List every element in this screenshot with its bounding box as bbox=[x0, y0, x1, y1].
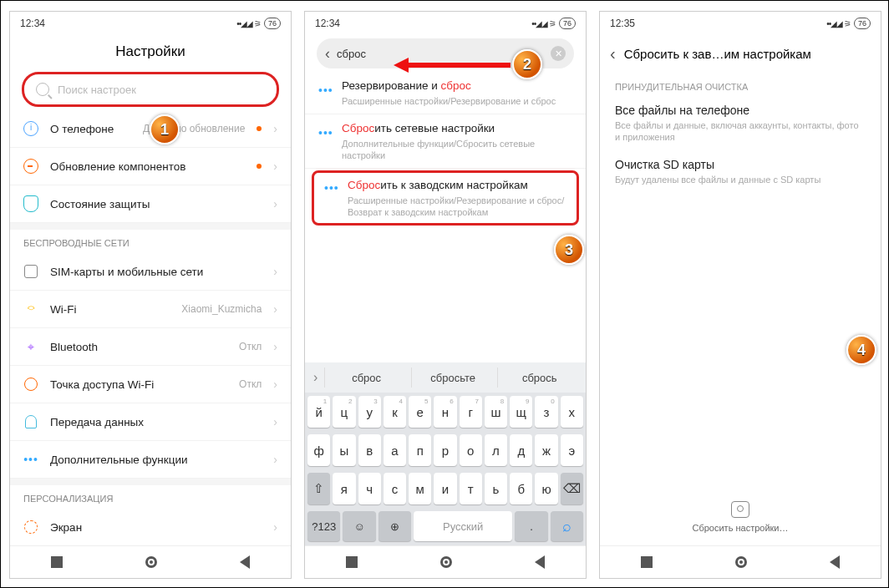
key-я[interactable]: я bbox=[333, 473, 355, 504]
row-more-features[interactable]: ••• Дополнительные функции › bbox=[10, 441, 291, 479]
search-input[interactable]: Поиск настроек bbox=[22, 72, 279, 107]
key-н[interactable]: н6 bbox=[434, 396, 456, 428]
key-numeric[interactable]: ?123 bbox=[307, 511, 340, 541]
key-а[interactable]: а bbox=[384, 434, 406, 466]
row-sim[interactable]: SIM-карты и мобильные сети › bbox=[10, 253, 291, 291]
row-security-status[interactable]: Состояние защиты › bbox=[10, 185, 291, 223]
settings-search-screen: 12:34 ••◢◢ ⚞76 ‹ сброс ✕ ••• Резервирова… bbox=[304, 11, 587, 579]
search-result-factory-reset[interactable]: ••• Сбросить к заводским настройкам Расш… bbox=[312, 170, 579, 226]
signal-icons: ••◢◢ ⚞ bbox=[531, 19, 556, 28]
key-ч[interactable]: ч bbox=[358, 473, 381, 504]
battery-indicator: 76 bbox=[264, 18, 281, 29]
key-ц[interactable]: ц2 bbox=[333, 396, 355, 428]
section-wireless: БЕСПРОВОДНЫЕ СЕТИ bbox=[10, 230, 291, 253]
nav-back-button[interactable] bbox=[830, 555, 840, 569]
key-search[interactable]: ⌕ bbox=[551, 511, 583, 541]
factory-reset-screen: 12:35 ••◢◢ ⚞76 ‹ Сбросить к зав…им настр… bbox=[599, 11, 881, 579]
more-icon: ••• bbox=[318, 126, 333, 139]
key-р[interactable]: р bbox=[434, 434, 456, 466]
row-bluetooth[interactable]: ⌖ Bluetooth Откл › bbox=[10, 328, 291, 366]
signal-icons: ••◢◢ ⚞ bbox=[236, 19, 261, 28]
key-shift[interactable]: ⇧ bbox=[307, 473, 330, 504]
nav-bar bbox=[600, 545, 881, 578]
chevron-right-icon: › bbox=[273, 160, 277, 173]
key-backspace[interactable]: ⌫ bbox=[561, 473, 583, 504]
key-ю[interactable]: ю bbox=[535, 473, 557, 504]
key-д[interactable]: д bbox=[510, 434, 532, 466]
back-icon[interactable]: ‹ bbox=[610, 44, 616, 63]
key-ш[interactable]: ш8 bbox=[485, 396, 507, 428]
row-hotspot[interactable]: Точка доступа Wi-Fi Откл › bbox=[10, 366, 291, 403]
clear-icon[interactable]: ✕ bbox=[551, 46, 566, 61]
chevron-right-icon: › bbox=[273, 415, 277, 428]
key-э[interactable]: э bbox=[561, 434, 583, 466]
nav-recent-button[interactable] bbox=[51, 556, 63, 568]
chevron-right-icon: › bbox=[273, 378, 277, 391]
search-result-reset-network[interactable]: ••• Сбросить сетевые настройки Дополните… bbox=[305, 114, 586, 169]
key-о[interactable]: о bbox=[460, 434, 482, 466]
section-personalization: ПЕРСОНАЛИЗАЦИЯ bbox=[10, 485, 291, 509]
chevron-right-icon: › bbox=[273, 453, 277, 466]
annotation-arrow bbox=[394, 58, 511, 73]
key-г[interactable]: г7 bbox=[460, 396, 482, 428]
row-component-update[interactable]: Обновление компонентов › bbox=[10, 148, 291, 185]
update-icon bbox=[23, 159, 38, 174]
nav-home-button[interactable] bbox=[735, 556, 747, 568]
reset-settings-button[interactable]: Сбросить настройки… bbox=[600, 493, 881, 546]
key-е[interactable]: е5 bbox=[409, 396, 431, 428]
nav-recent-button[interactable] bbox=[641, 556, 653, 568]
key-п[interactable]: п bbox=[409, 434, 431, 466]
key-ь[interactable]: ь bbox=[485, 473, 507, 504]
key-т[interactable]: т bbox=[460, 473, 482, 504]
nav-home-button[interactable] bbox=[440, 556, 452, 568]
nav-back-button[interactable] bbox=[240, 555, 250, 569]
notification-dot bbox=[257, 164, 262, 169]
nav-back-button[interactable] bbox=[535, 555, 545, 569]
key-space[interactable]: Русский bbox=[414, 511, 512, 541]
notification-dot bbox=[257, 126, 262, 131]
display-icon bbox=[24, 520, 38, 534]
key-ф[interactable]: ф bbox=[307, 434, 330, 466]
back-icon[interactable]: ‹ bbox=[325, 45, 330, 63]
step-badge-3: 3 bbox=[554, 235, 584, 265]
key-emoji[interactable]: ☺ bbox=[343, 511, 375, 541]
chevron-right-icon: › bbox=[273, 302, 277, 316]
key-с[interactable]: с bbox=[384, 473, 406, 504]
chevron-right-icon[interactable]: › bbox=[310, 370, 321, 385]
key-з[interactable]: з0 bbox=[535, 396, 557, 428]
key-м[interactable]: м bbox=[409, 473, 431, 504]
row-screen[interactable]: Экран › bbox=[10, 509, 291, 546]
key-ж[interactable]: ж bbox=[535, 434, 557, 466]
key-у[interactable]: у3 bbox=[358, 396, 381, 428]
key-globe[interactable]: ⊕ bbox=[378, 511, 411, 541]
data-icon bbox=[25, 415, 37, 428]
status-bar: 12:34 ••◢◢ ⚞76 bbox=[10, 12, 291, 35]
key-ы[interactable]: ы bbox=[333, 434, 355, 466]
key-б[interactable]: б bbox=[510, 473, 532, 504]
suggestion-2[interactable]: сбросьте bbox=[411, 368, 495, 388]
nav-home-button[interactable] bbox=[145, 556, 157, 568]
bluetooth-icon: ⌖ bbox=[23, 339, 38, 354]
clock: 12:35 bbox=[610, 18, 635, 29]
camera-icon bbox=[731, 501, 749, 518]
page-title: Настройки bbox=[10, 35, 291, 68]
key-л[interactable]: л bbox=[485, 434, 507, 466]
key-щ[interactable]: щ9 bbox=[510, 396, 532, 428]
key-х[interactable]: х bbox=[561, 396, 583, 428]
key-й[interactable]: й1 bbox=[307, 396, 330, 428]
key-в[interactable]: в bbox=[358, 434, 381, 466]
key-к[interactable]: к4 bbox=[384, 396, 406, 428]
suggestion-3[interactable]: сбрось bbox=[497, 368, 581, 388]
step-badge-1: 1 bbox=[150, 114, 180, 144]
item-all-phone-files[interactable]: Все файлы на телефоне Все файлы и данные… bbox=[600, 97, 881, 151]
key-period[interactable]: . bbox=[515, 511, 547, 541]
hotspot-icon bbox=[24, 378, 38, 391]
item-sd-card-clean[interactable]: Очистка SD карты Будут удалены все файлы… bbox=[600, 151, 881, 194]
nav-recent-button[interactable] bbox=[346, 556, 358, 568]
key-и[interactable]: и bbox=[434, 473, 456, 504]
more-icon: ••• bbox=[318, 84, 333, 97]
suggestion-1[interactable]: сброс bbox=[324, 368, 408, 388]
row-wifi[interactable]: ⌔ Wi-Fi Xiaomi_Kuzmicha › bbox=[10, 291, 291, 328]
search-result-backup-reset[interactable]: ••• Резервирование и сброс Расширенные н… bbox=[305, 72, 586, 114]
row-data-usage[interactable]: Передача данных › bbox=[10, 403, 291, 441]
